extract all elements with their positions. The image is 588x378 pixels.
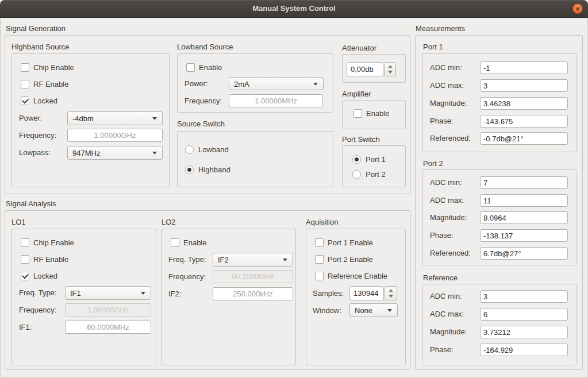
lo2-title: LO2 [162,218,176,226]
amplifier-enable-checkbox[interactable] [353,109,362,118]
spin-up-icon[interactable] [389,289,393,292]
port1-magnitude-label: Magnitude: [430,99,467,107]
highband-lowpass-value: 947MHz [72,149,100,157]
lo2-freq-type-value: IF2 [218,256,229,264]
reference-adc-min-input[interactable]: 3 [480,290,568,303]
window-dropdown[interactable]: None [349,303,398,317]
chevron-down-icon [283,259,287,261]
lo1-if1-input[interactable]: 60.0000MHz [65,321,151,334]
port2-adc-min-input[interactable]: 7 [480,176,568,189]
highband-frequency-input[interactable]: 1.00000GHz [67,129,163,142]
lowband-enable-checkbox[interactable] [186,63,195,72]
lowband-power-dropdown[interactable]: 2mA [229,77,324,90]
aquisition-port2-enable-checkbox[interactable] [315,255,324,264]
lo1-rf-enable-checkbox[interactable] [21,255,29,264]
window-value: None [355,306,372,315]
spin-down-icon[interactable] [388,71,393,74]
signal-generation-title: Signal Generation [6,24,66,33]
window-title: Manual System Control [0,4,588,13]
lo2-freq-type-dropdown[interactable]: IF2 [213,253,293,267]
port2-adc-min-label: ADC min: [430,178,462,187]
lo1-freq-type-dropdown[interactable]: IF1 [65,286,151,300]
spin-down-icon[interactable] [389,295,393,298]
amplifier-enable-label[interactable]: Enable [366,109,389,118]
aquisition-reference-enable-checkbox[interactable] [315,272,324,280]
aquisition-reference-enable-label[interactable]: Reference Enable [328,272,387,280]
lo2-enable-label[interactable]: Enable [183,238,206,247]
highband-power-dropdown[interactable]: -4dbm [67,111,163,125]
port-switch-port1-radio[interactable] [352,155,361,164]
titlebar: Manual System Control ✕ [0,0,588,18]
source-switch-highband-label[interactable]: Highband [198,165,230,174]
lo1-if1-label: IF1: [19,323,32,331]
aquisition-port1-enable-checkbox[interactable] [315,238,324,247]
samples-spin-buttons[interactable] [385,286,397,300]
lo1-freq-type-value: IF1 [70,289,81,298]
highband-rf-enable-checkbox[interactable] [21,80,29,88]
port1-magnitude-input[interactable]: 3.46238 [480,97,568,110]
signal-analysis-title: Signal Analysis [6,199,56,208]
lo2-if2-input[interactable]: 250.000kHz [213,287,293,300]
lo1-title: LO1 [11,218,26,226]
aquisition-port1-enable-label[interactable]: Port 1 Enable [328,238,373,247]
port2-phase-input[interactable]: -138.137 [480,229,568,242]
lowband-enable-label[interactable]: Enable [199,63,222,72]
lo1-rf-enable-label[interactable]: RF Enable [33,255,68,264]
reference-magnitude-input[interactable]: 3.73212 [480,326,568,338]
amplifier-title: Amplifier [342,90,371,98]
lo2-frequency-input: 60.2500MHz [213,270,293,283]
source-switch-highband-radio[interactable] [185,165,194,174]
port2-adc-max-input[interactable]: 11 [480,194,568,207]
highband-rf-enable-label[interactable]: RF Enable [33,80,68,88]
port2-magnitude-input[interactable]: 8.0964 [480,211,568,224]
reference-phase-input[interactable]: -164.929 [480,344,568,356]
measurements-port2-title: Port 2 [423,159,443,168]
lo2-enable-checkbox[interactable] [171,238,179,247]
spin-up-icon[interactable] [388,65,393,68]
port2-referenced-input[interactable]: 6.7db@27° [480,247,568,260]
port1-referenced-label: Referenced: [430,134,471,142]
chevron-down-icon [152,152,157,155]
lo1-chip-enable-label[interactable]: Chip Enable [33,238,74,247]
source-switch-lowband-radio[interactable] [185,145,194,154]
attenuator-title: Attenuator [342,44,376,52]
source-switch-groupbox [177,131,333,187]
chevron-down-icon [387,309,392,312]
reference-phase-label: Phase: [430,345,453,354]
lowband-power-label: Power: [185,79,207,88]
manual-system-control-window: Manual System Control ✕ Signal Generatio… [0,0,588,378]
port2-referenced-label: Referenced: [430,249,471,257]
lowband-power-value: 2mA [234,80,249,88]
lo1-locked-label[interactable]: Locked [33,272,57,280]
attenuator-spinbox-input[interactable]: 0,00db [347,62,383,76]
port-switch-port2-radio[interactable] [352,170,361,179]
highband-chip-enable-checkbox[interactable] [21,63,29,72]
port-switch-port2-label[interactable]: Port 2 [366,170,386,179]
aquisition-port2-enable-label[interactable]: Port 2 Enable [328,255,373,264]
port1-referenced-input[interactable]: -0.7db@21° [480,132,568,145]
close-button[interactable]: ✕ [572,3,583,14]
port-switch-port1-label[interactable]: Port 1 [366,155,386,164]
lowband-frequency-input[interactable]: 1.00000MHz [229,94,323,107]
close-icon: ✕ [573,5,582,13]
port1-adc-max-input[interactable]: 3 [480,79,568,92]
samples-spinbox-input[interactable]: 130944 [349,286,384,300]
source-switch-lowband-label[interactable]: Lowband [198,145,229,154]
lo2-frequency-label: Frequency: [168,272,206,281]
port1-adc-min-input[interactable]: -1 [480,61,568,74]
highband-locked-checkbox[interactable] [21,97,29,105]
port2-magnitude-label: Magnitude: [430,213,467,222]
highband-chip-enable-label[interactable]: Chip Enable [33,63,74,72]
lo1-locked-checkbox[interactable] [21,272,29,280]
reference-adc-max-input[interactable]: 6 [480,308,568,321]
lo1-frequency-input: 1.06000GHz [65,303,151,317]
port1-phase-input[interactable]: -143.675 [480,115,568,128]
lo1-chip-enable-checkbox[interactable] [21,238,29,247]
attenuator-spin-buttons[interactable] [384,62,396,76]
lo2-if2-label: IF2: [168,290,181,298]
lo2-freq-type-label: Freq. Type: [168,255,206,264]
chevron-down-icon [152,117,157,120]
highband-locked-label[interactable]: Locked [33,97,57,105]
highband-lowpass-dropdown[interactable]: 947MHz [67,146,163,160]
measurements-reference-title: Reference [423,273,458,282]
